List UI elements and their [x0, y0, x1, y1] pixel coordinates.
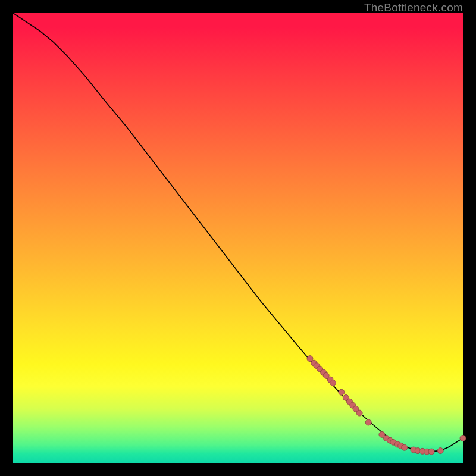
- chart-stage: TheBottleneck.com: [0, 0, 476, 476]
- data-marker: [339, 389, 345, 395]
- watermark-text: TheBottleneck.com: [364, 1, 463, 14]
- data-markers: [307, 356, 466, 455]
- data-marker: [428, 449, 434, 455]
- data-marker: [330, 380, 336, 386]
- data-marker: [437, 448, 443, 454]
- data-marker: [402, 444, 408, 450]
- data-marker: [365, 419, 371, 425]
- chart-overlay: [13, 13, 463, 463]
- curve-line: [13, 13, 463, 452]
- data-marker: [356, 410, 362, 416]
- data-marker: [460, 435, 466, 441]
